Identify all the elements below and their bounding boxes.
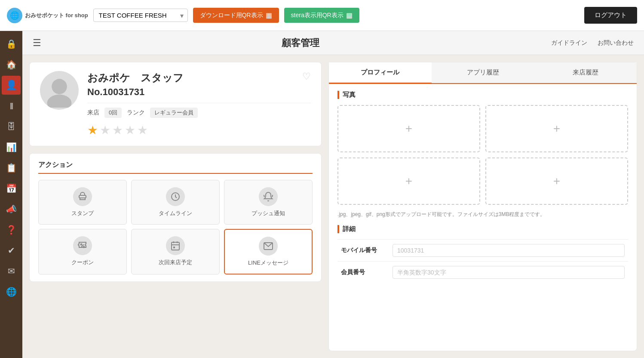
svg-point-4 bbox=[81, 244, 82, 245]
visits-value: 0回 bbox=[104, 108, 122, 118]
sidebar-item-check[interactable]: ✔ bbox=[2, 241, 21, 260]
action-timeline-button[interactable]: タイムライン bbox=[131, 180, 220, 225]
photo-caption: .jpg、jpeg、gif、png形式でアップロード可能です。ファイルサイズは3… bbox=[337, 211, 628, 218]
line-label: LINEメッセージ bbox=[248, 259, 288, 267]
customer-divider bbox=[87, 103, 311, 103]
shop-selector-wrap[interactable]: TEST COFFEE FRESH bbox=[93, 9, 188, 22]
stars: ★ ★ ★ ★ ★ bbox=[87, 123, 311, 137]
avatar bbox=[40, 71, 79, 110]
table-row: モバイル番号 bbox=[337, 240, 628, 262]
photo-slot-2[interactable]: + bbox=[485, 105, 628, 152]
mobile-label: モバイル番号 bbox=[337, 240, 389, 262]
logout-button[interactable]: ログアウト bbox=[584, 7, 637, 24]
nextvisit-label: 次回来店予定 bbox=[159, 259, 192, 266]
sidebar: 🔒 🏠 👤 ||| 🗄 📊 📋 📅 📣 ❓ ✔ ✉ 🌐 bbox=[0, 31, 22, 358]
sidebar-item-barcode[interactable]: ||| bbox=[2, 96, 21, 115]
sidebar-item-help[interactable]: ❓ bbox=[2, 220, 21, 239]
star-1: ★ bbox=[87, 123, 98, 137]
member-no-input[interactable] bbox=[393, 266, 625, 279]
tab-app-history[interactable]: アプリ履歴 bbox=[432, 62, 534, 83]
action-push-button[interactable]: プッシュ通知 bbox=[224, 180, 313, 225]
member-no-cell bbox=[389, 262, 628, 284]
top-bar: 🌐 おみせポケット for shop TEST COFFEE FRESH ダウン… bbox=[0, 0, 644, 31]
customer-card-top: おみポケ スタッフ ♡ No.10031731 来店 0回 ランク bbox=[40, 71, 311, 137]
customer-no-label: No. bbox=[87, 86, 102, 97]
right-panel-body: 写真 + + + + .jpg、jpeg、gif、png形式でアップロード可能で… bbox=[329, 84, 637, 351]
page-header: ☰ 顧客管理 ガイドライン お問い合わせ bbox=[22, 31, 644, 55]
qr-stera-button[interactable]: stera表示用QR表示 ▦ bbox=[284, 8, 359, 23]
mobile-value-cell bbox=[389, 240, 628, 262]
action-stamp-button[interactable]: スタンプ bbox=[38, 180, 127, 225]
coupon-label: クーポン bbox=[71, 259, 94, 266]
svg-rect-2 bbox=[79, 195, 86, 198]
sidebar-item-home[interactable]: 🏠 bbox=[2, 55, 21, 74]
customer-meta: 来店 0回 ランク レギュラー会員 bbox=[87, 108, 311, 118]
svg-rect-11 bbox=[173, 247, 175, 248]
action-grid: スタンプ タイムライン bbox=[38, 180, 313, 275]
svg-rect-7 bbox=[172, 242, 179, 250]
sidebar-item-list[interactable]: 📋 bbox=[2, 158, 21, 177]
tab-profile[interactable]: プロフィール bbox=[329, 62, 432, 84]
content-area: ☰ 顧客管理 ガイドライン お問い合わせ bbox=[22, 31, 644, 358]
logo-area: 🌐 おみせポケット for shop bbox=[7, 8, 88, 23]
visits-label: 来店 bbox=[87, 109, 99, 117]
sidebar-item-message[interactable]: ✉ bbox=[2, 262, 21, 281]
timeline-label: タイムライン bbox=[159, 210, 192, 217]
action-coupon-button[interactable]: クーポン bbox=[38, 229, 127, 275]
sidebar-item-calendar[interactable]: 📅 bbox=[2, 179, 21, 198]
push-icon bbox=[259, 187, 278, 206]
sidebar-item-database[interactable]: 🗄 bbox=[2, 117, 21, 136]
main-layout: 🔒 🏠 👤 ||| 🗄 📊 📋 📅 📣 ❓ ✔ ✉ 🌐 ☰ 顧客管理 ガイドライ… bbox=[0, 31, 644, 358]
shop-selector[interactable]: TEST COFFEE FRESH bbox=[93, 9, 188, 22]
sidebar-item-lock[interactable]: 🔒 bbox=[2, 34, 21, 53]
heart-icon[interactable]: ♡ bbox=[302, 71, 311, 82]
star-5: ★ bbox=[137, 123, 148, 137]
customer-card: おみポケ スタッフ ♡ No.10031731 来店 0回 ランク bbox=[29, 62, 322, 146]
sidebar-item-analytics[interactable]: 📊 bbox=[2, 138, 21, 157]
details-table: モバイル番号 会員番号 bbox=[337, 239, 628, 283]
svg-point-0 bbox=[52, 79, 67, 94]
action-card: アクション スタンプ bbox=[29, 153, 322, 282]
push-label: プッシュ通知 bbox=[251, 210, 285, 217]
action-line-button[interactable]: LINEメッセージ bbox=[224, 229, 313, 275]
logo-text: おみせポケット for shop bbox=[25, 12, 88, 19]
line-icon bbox=[259, 237, 278, 256]
photo-slot-3[interactable]: + bbox=[337, 157, 480, 205]
member-no-label: 会員番号 bbox=[337, 262, 389, 284]
page-header-links: ガイドライン お問い合わせ bbox=[551, 39, 634, 47]
sidebar-item-customers[interactable]: 👤 bbox=[2, 76, 21, 95]
table-row: 会員番号 bbox=[337, 262, 628, 284]
qr-icon-stera: ▦ bbox=[346, 11, 353, 19]
customer-name: おみポケ スタッフ bbox=[87, 71, 184, 85]
photos-section-title: 写真 bbox=[337, 91, 628, 99]
qr-download-button[interactable]: ダウンロード用QR表示 ▦ bbox=[193, 8, 279, 23]
rank-label: ランク bbox=[127, 109, 145, 117]
sidebar-item-campaign[interactable]: 📣 bbox=[2, 200, 21, 219]
coupon-icon bbox=[73, 236, 92, 255]
star-3: ★ bbox=[112, 123, 123, 137]
left-panel: おみポケ スタッフ ♡ No.10031731 来店 0回 ランク bbox=[29, 62, 322, 351]
hamburger-button[interactable]: ☰ bbox=[33, 37, 41, 49]
nextvisit-icon bbox=[166, 236, 185, 255]
stamp-label: スタンプ bbox=[71, 210, 94, 217]
right-panel: プロフィール アプリ履歴 来店履歴 写真 + + + + .jpg、jpeg、g… bbox=[328, 62, 637, 351]
body-content: おみポケ スタッフ ♡ No.10031731 来店 0回 ランク bbox=[22, 55, 644, 358]
guideline-link[interactable]: ガイドライン bbox=[551, 39, 587, 47]
qr-icon: ▦ bbox=[266, 11, 272, 19]
photo-slot-4[interactable]: + bbox=[485, 157, 628, 205]
page-title: 顧客管理 bbox=[50, 37, 551, 49]
rank-value: レギュラー会員 bbox=[150, 108, 198, 118]
customer-no: No.10031731 bbox=[87, 86, 311, 98]
action-title: アクション bbox=[38, 160, 313, 174]
action-nextvisit-button[interactable]: 次回来店予定 bbox=[131, 229, 220, 275]
stamp-icon bbox=[73, 187, 92, 206]
customer-info: おみポケ スタッフ ♡ No.10031731 来店 0回 ランク bbox=[87, 71, 311, 137]
photo-slot-1[interactable]: + bbox=[337, 105, 480, 152]
contact-link[interactable]: お問い合わせ bbox=[598, 39, 634, 47]
tab-visit-history[interactable]: 来店履歴 bbox=[534, 62, 637, 83]
sidebar-item-global[interactable]: 🌐 bbox=[2, 282, 21, 301]
mobile-input[interactable] bbox=[393, 244, 625, 257]
svg-point-1 bbox=[47, 95, 72, 108]
photos-grid: + + + + bbox=[337, 105, 628, 205]
details-section-title: 詳細 bbox=[337, 225, 628, 233]
